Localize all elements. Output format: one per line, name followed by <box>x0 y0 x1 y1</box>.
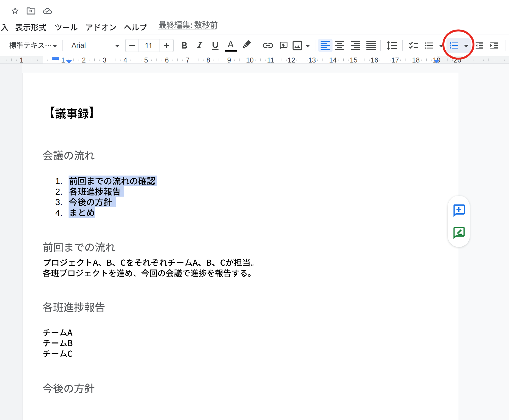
svg-text:6: 6 <box>165 56 169 64</box>
svg-text:15: 15 <box>350 56 358 64</box>
svg-text:4.: 4. <box>55 208 63 218</box>
svg-text:9: 9 <box>227 56 231 64</box>
svg-text:1: 1 <box>20 56 24 64</box>
svg-text:3.: 3. <box>55 197 63 207</box>
svg-text:7: 7 <box>186 56 190 64</box>
svg-text:11: 11 <box>267 56 274 64</box>
svg-text:10: 10 <box>246 56 254 64</box>
svg-text:16: 16 <box>371 56 378 64</box>
svg-text:8: 8 <box>207 56 210 64</box>
svg-text:11: 11 <box>145 41 153 50</box>
svg-text:3: 3 <box>103 56 106 64</box>
svg-text:20: 20 <box>454 56 461 64</box>
svg-text:2.: 2. <box>55 187 63 197</box>
svg-text:2: 2 <box>82 56 86 64</box>
svg-text:17: 17 <box>391 56 399 64</box>
svg-text:4: 4 <box>123 56 127 64</box>
svg-text:14: 14 <box>329 56 337 64</box>
svg-text:Arial: Arial <box>72 41 86 49</box>
svg-text:1: 1 <box>61 56 65 64</box>
svg-text:5: 5 <box>144 56 148 64</box>
svg-text:1.: 1. <box>55 176 63 186</box>
svg-text:12: 12 <box>288 56 295 64</box>
svg-text:13: 13 <box>308 56 316 64</box>
svg-text:18: 18 <box>412 56 420 64</box>
